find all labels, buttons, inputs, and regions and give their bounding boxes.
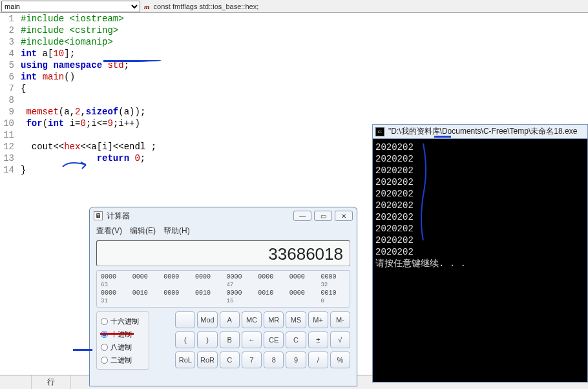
calc-btn-a[interactable]: A [220,311,240,328]
code-line[interactable]: #include <iostream> [21,13,588,25]
radix-label: 十进制 [110,330,132,339]
radix-option-hex[interactable]: 十六进制 [101,315,145,328]
calc-btn-[interactable]: ( [175,331,195,348]
bit-label [258,298,283,304]
calc-btn-mod[interactable]: Mod [197,311,217,328]
bit-label [163,298,189,304]
calc-btn-[interactable]: ← [242,331,262,348]
calc-btn-[interactable]: ± [308,331,328,348]
bit-nibble: 0010 [320,289,346,297]
calc-btn-9[interactable]: 9 [286,352,306,368]
minimize-button[interactable]: — [293,211,311,221]
calculator-display: 33686018 [96,240,350,266]
calc-btn-7[interactable]: 7 [242,352,262,368]
calc-btn-ce[interactable]: CE [264,331,284,348]
code-line[interactable]: int main() [21,71,588,83]
bit-label [132,282,158,288]
bit-label [132,298,158,304]
close-button[interactable]: ✕ [335,211,353,221]
line-number: 1 [0,13,14,25]
console-title-text: "D:\我的资料库\Documents\C-Free\Temp\未命名18.ex… [388,126,577,137]
code-line[interactable]: memset(a,2,sizeof(a)); [21,106,588,118]
calc-btn-b[interactable]: B [220,331,240,348]
bit-nibble: 0000 [195,273,220,280]
code-line[interactable] [21,94,588,106]
radix-option-bin[interactable]: 二进制 [101,353,145,366]
code-line[interactable]: #include <cstring> [21,25,588,36]
line-gutter: 1234567891011121314 [0,13,17,375]
bit-label [163,282,189,288]
calc-btn-rol[interactable]: RoL [175,352,195,368]
line-number: 3 [0,36,14,48]
radix-group: 十六进制十进制八进制二进制 [96,311,149,370]
line-number: 4 [0,48,14,59]
code-line[interactable]: using namespace std; [21,59,588,71]
radix-radio[interactable] [101,357,108,364]
menu-view[interactable]: 查看(V) [96,226,122,237]
radix-option-dec[interactable]: 十进制 [101,328,145,341]
code-line[interactable]: { [21,83,588,94]
radix-label: 二进制 [110,355,132,365]
radix-radio[interactable] [101,331,108,338]
calc-btn-mc[interactable]: MC [242,311,262,328]
calc-btn-[interactable]: √ [330,331,350,348]
bit-nibble: 0000 [163,289,189,297]
line-number: 2 [0,25,14,36]
radix-label: 八进制 [110,342,132,352]
radix-radio[interactable] [101,318,108,325]
radix-label: 十六进制 [110,317,139,326]
bits-grid: 0000000000000000000000000000000063473200… [96,270,350,308]
bit-label [195,282,220,288]
calc-btn-8[interactable]: 8 [264,352,284,368]
status-line-label: 行 [32,375,71,389]
calc-btn-m[interactable]: M+ [308,311,328,328]
calc-btn-ror[interactable]: RoR [197,352,217,368]
bit-nibble: 0000 [258,273,283,280]
bit-nibble: 0010 [195,289,220,297]
radix-radio[interactable] [101,344,108,351]
bit-nibble: 0010 [258,289,283,297]
bit-nibble: 0000 [227,289,252,297]
calc-btn-c[interactable]: C [286,331,306,348]
line-number: 5 [0,59,14,71]
calculator-window[interactable]: 🖩 计算器 — ▭ ✕ 查看(V) 编辑(E) 帮助(H) 33686018 0… [89,207,357,386]
console-app-icon: c: [375,127,384,136]
member-icon: m [144,3,150,10]
calc-btn-[interactable]: / [308,352,328,368]
calculator-title-text: 计算器 [107,211,130,222]
scope-dropdown[interactable]: main [1,1,140,12]
line-number: 11 [0,129,14,141]
bit-label: 15 [227,298,252,304]
calc-btn-ms[interactable]: MS [286,311,306,328]
calculator-titlebar[interactable]: 🖩 计算器 — ▭ ✕ [90,207,357,224]
bit-nibble: 0000 [289,289,315,297]
console-window[interactable]: c: "D:\我的资料库\Documents\C-Free\Temp\未命名18… [372,124,588,383]
bit-nibble: 0000 [227,273,252,280]
radix-option-oct[interactable]: 八进制 [101,341,145,353]
line-number: 13 [0,152,14,164]
calc-btn-mr[interactable]: MR [264,311,284,328]
code-line[interactable]: #include<iomanip> [21,36,588,48]
console-output: 2020202 2020202 2020202 2020202 2020202 … [373,139,587,272]
bit-nibble: 0000 [320,273,346,280]
line-number: 12 [0,141,14,152]
calc-btn-m[interactable]: M- [330,311,350,328]
calc-btn-[interactable]: ) [197,331,217,348]
bit-label: 32 [320,282,346,288]
bit-nibble: 0000 [101,289,126,297]
console-titlebar[interactable]: c: "D:\我的资料库\Documents\C-Free\Temp\未命名18… [373,125,587,139]
code-line[interactable]: int a[10]; [21,48,588,59]
bit-label: 0 [320,298,346,304]
menu-edit[interactable]: 编辑(E) [130,226,156,237]
line-number: 14 [0,164,14,176]
calculator-menu: 查看(V) 编辑(E) 帮助(H) [90,224,357,240]
calc-btn-c[interactable]: C [220,352,240,368]
calc-btn-[interactable]: % [330,352,350,368]
calc-btn-blank[interactable] [175,311,195,328]
line-number: 8 [0,94,14,106]
line-number: 9 [0,106,14,118]
maximize-button[interactable]: ▭ [314,211,332,221]
symbol-text: const fmtflags std::ios_base::hex; [154,3,259,10]
bit-nibble: 0000 [132,273,158,280]
menu-help[interactable]: 帮助(H) [163,226,190,237]
